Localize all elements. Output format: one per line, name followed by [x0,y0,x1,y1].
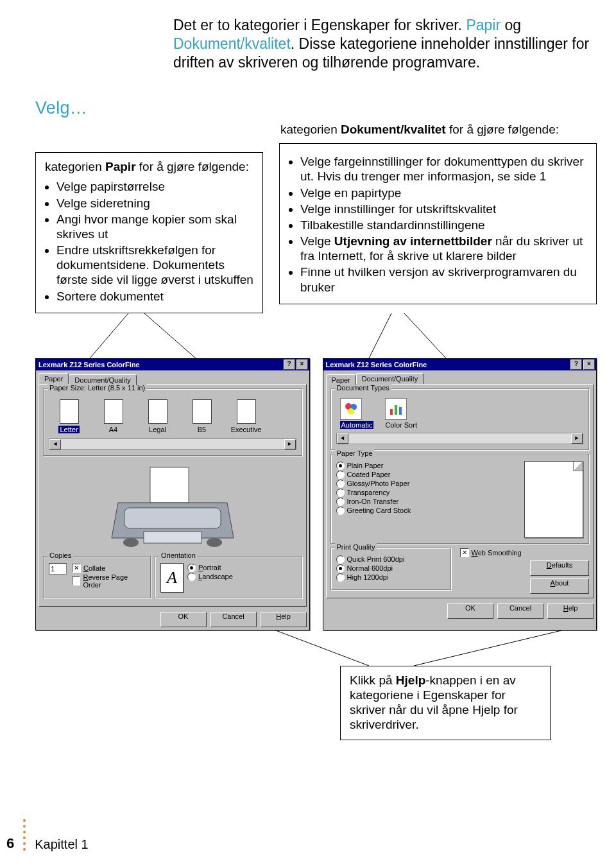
copies-input[interactable] [49,563,67,575]
paper-size-b5[interactable]: B5 [184,399,219,433]
callout-papir-lead-pre: kategorien [45,160,105,173]
paper-size-executive[interactable]: Executive [228,399,264,433]
callout-dq-lead: kategorien Dokument/kvalitet for å gjøre… [280,123,597,137]
dq-utj-pre: Velge [300,234,334,248]
papir-item: Endre utskriftsrekkefølgen for dokuments… [56,243,255,288]
quick-print-radio[interactable]: Quick Print 600dpi [336,555,445,564]
defaults-label: efaults [552,561,572,569]
svg-rect-8 [144,532,201,543]
close-button[interactable]: × [583,360,595,370]
doc-type-color-sort[interactable]: Color Sort [385,398,417,429]
paper-size-label-text: Letter [58,426,79,433]
paper-size-a4[interactable]: A4 [96,399,131,433]
dq-item: Finne ut hvilken versjon av skriverprogr… [300,265,588,294]
tab-paper[interactable]: Paper [38,373,69,384]
normal-print-radio[interactable]: Normal 600dpi [336,564,445,573]
callout-dq: Velge fargeinnstillinger for dokumenttyp… [279,143,597,304]
landscape-radio[interactable]: Landscape [187,573,233,581]
svg-rect-14 [399,407,402,415]
orientation-label: Orientation [159,551,198,559]
doc-type-color-label: Color Sort [385,421,417,429]
scroll-right-icon[interactable]: ► [284,439,296,449]
paper-size-scrollbar[interactable]: ◄ ► [49,438,296,450]
cancel-button[interactable]: Cancel [210,612,257,627]
portrait-label: ortrait [203,564,221,571]
doc-type-automatic[interactable]: Automatic [340,398,374,429]
scroll-right-icon[interactable]: ► [571,433,583,444]
high-print-radio[interactable]: High 1200dpi [336,573,445,582]
intro-pre: Det er to kategorier i Egenskaper for sk… [173,17,466,33]
paper-type-label: Paper Type [335,449,375,457]
svg-rect-5 [124,508,221,528]
tab-document-quality[interactable]: Document/Quality [356,373,424,384]
page-footer: 6 Kapittel 1 [6,819,89,852]
reverse-checkbox[interactable]: Reverse Page Order [72,573,145,589]
document-types-group: Document Types Automatic Col [330,388,590,450]
dq-lead-post: for å gjøre følgende: [446,123,559,136]
callout-help: Klikk på Hjelp-knappen i en av kategorie… [340,666,551,741]
papir-item: Velge papirstørrelse [56,179,255,194]
help-titlebar-button[interactable]: ? [570,360,582,370]
dq-item: Velge innstillinger for utskriftskvalite… [300,202,588,216]
svg-line-1 [144,313,196,358]
glossy-paper-radio[interactable]: Glossy/Photo Paper [336,480,518,488]
close-button[interactable]: × [296,360,308,370]
pq-label: Quick Print 600dpi [347,555,405,563]
papir-item: Sortere dokumentet [56,289,255,304]
dq-lead-bold: Dokument/kvalitet [341,123,446,136]
svg-rect-4 [150,467,189,503]
paper-size-letter[interactable]: Letter [51,399,87,433]
iron-on-radio[interactable]: Iron-On Transfer [336,498,518,506]
help-button[interactable]: Help [261,612,307,627]
help-pre: Klikk på [350,673,396,687]
tab-document-quality[interactable]: Document/Quality [69,374,136,385]
about-label: bout [555,579,569,587]
window-title: Lexmark Z12 Series ColorFine [38,361,282,369]
section-heading-velg: Velg… [35,98,87,118]
svg-rect-12 [390,409,393,415]
paper-size-legal[interactable]: Legal [140,399,175,433]
collate-checkbox[interactable]: ✕Collate [72,564,145,573]
coated-paper-radio[interactable]: Coated Paper [336,471,518,479]
doc-type-auto-label: Automatic [340,421,374,429]
copies-label: Copies [47,551,73,559]
defaults-button[interactable]: Defaults [530,560,589,576]
automatic-icon [340,398,362,420]
pt-label: Coated Paper [347,471,391,478]
dq-lead-pre: kategorien [280,123,341,136]
titlebar[interactable]: Lexmark Z12 Series ColorFine ? × [323,359,597,370]
about-button[interactable]: About [530,578,589,594]
doc-types-scrollbar[interactable]: ◄ ► [336,433,584,444]
intro-dq: Dokument/kvalitet [173,35,291,52]
collate-label: ollate [89,564,105,572]
scroll-left-icon[interactable]: ◄ [49,439,61,449]
intro-mid: og [501,17,521,33]
dq-item: Velge fargeinnstillinger for dokumenttyp… [300,154,588,184]
reverse-label: everse Page Order [83,573,128,589]
tab-paper[interactable]: Paper [326,374,356,385]
portrait-radio[interactable]: Portrait [187,564,233,572]
dialog-paper: Lexmark Z12 Series ColorFine ? × Paper D… [35,358,310,630]
transparency-radio[interactable]: Transparency [336,489,518,497]
paper-type-group: Paper Type Plain Paper Coated Paper Glos… [330,454,590,544]
pq-label: Normal 600dpi [347,564,393,572]
orientation-group: Orientation A Portrait Landscape [155,556,302,598]
dq-item: Velge Utjevning av internettbilder når d… [300,234,588,263]
pq-label: High 1200dpi [347,573,389,581]
help-titlebar-button[interactable]: ? [284,360,295,370]
svg-point-6 [123,538,139,547]
paper-size-group: Paper Size: Letter (8.5 x 11 in) Letter … [43,388,302,456]
web-smoothing-checkbox[interactable]: ✕Web Smoothing [460,548,522,557]
plain-paper-radio[interactable]: Plain Paper [336,462,518,470]
cancel-button[interactable]: Cancel [497,603,543,619]
ok-button[interactable]: OK [447,603,493,619]
titlebar[interactable]: Lexmark Z12 Series ColorFine ? × [36,359,309,370]
dq-item: Velge en papirtype [300,186,588,200]
ok-button[interactable]: OK [160,612,207,627]
help-button[interactable]: Help [547,603,594,619]
scroll-left-icon[interactable]: ◄ [337,433,348,444]
callout-papir: kategorien Papir for å gjøre følgende: V… [35,152,263,313]
svg-rect-13 [395,405,397,415]
greeting-card-radio[interactable]: Greeting Card Stock [336,507,518,515]
orientation-preview-icon: A [160,563,184,593]
